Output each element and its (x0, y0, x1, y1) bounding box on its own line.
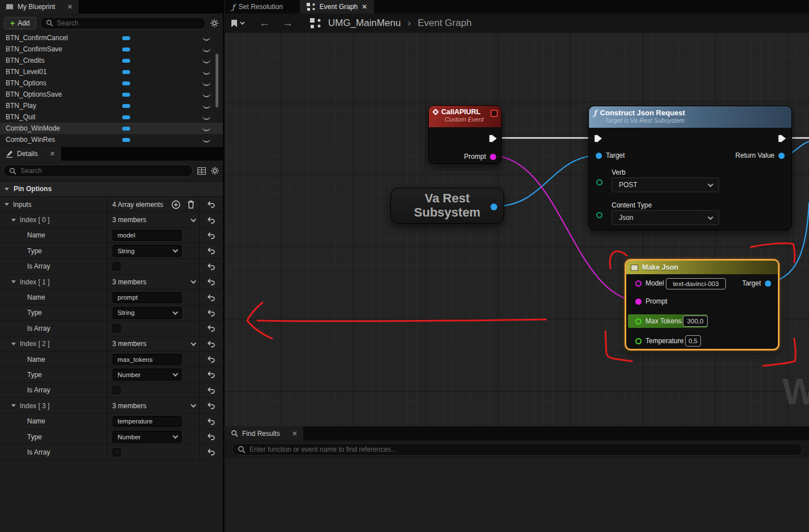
closed-eye-icon[interactable] (203, 48, 210, 52)
name-input[interactable] (113, 230, 182, 241)
name-input[interactable] (113, 416, 182, 427)
reset-button[interactable] (199, 305, 223, 321)
add-element-icon[interactable] (171, 200, 180, 209)
index-row[interactable]: Index [ 0 ] 3 members (0, 212, 223, 227)
forward-button[interactable]: → (282, 17, 293, 29)
type-dropdown[interactable]: String (113, 307, 182, 319)
tab-set-resolution[interactable]: ƒ Set Resolution (225, 0, 290, 14)
reset-button[interactable] (199, 429, 223, 444)
closed-eye-icon[interactable] (203, 93, 210, 97)
event-binding-icon[interactable] (490, 110, 498, 117)
list-item[interactable]: Combo_WinRes (0, 134, 223, 145)
node-construct-json-request[interactable]: ƒ Construct Json Request Target is Va Re… (588, 106, 792, 230)
my-blueprint-search[interactable] (40, 17, 206, 29)
close-icon[interactable]: ✕ (292, 430, 298, 438)
add-button[interactable]: + Add (4, 17, 36, 29)
find-results-search[interactable] (232, 443, 802, 456)
node-callapiurl[interactable]: CallAPIURL Custom Event Prompt (428, 105, 502, 164)
list-item[interactable]: BTN_Play (0, 100, 223, 111)
closed-eye-icon[interactable] (203, 116, 210, 120)
is-array-checkbox[interactable] (113, 448, 121, 456)
delete-elements-icon[interactable] (187, 200, 195, 209)
exec-out-pin[interactable] (489, 135, 497, 142)
exec-in-pin[interactable] (595, 135, 602, 142)
search-input[interactable] (57, 19, 200, 27)
model-input-pin[interactable] (635, 280, 642, 287)
closed-eye-icon[interactable] (203, 127, 210, 131)
closed-eye-icon[interactable] (203, 59, 210, 63)
reset-button[interactable] (199, 274, 223, 289)
back-button[interactable]: ← (259, 17, 270, 29)
reset-button[interactable] (199, 352, 223, 367)
close-icon[interactable]: ✕ (67, 3, 73, 11)
scrollbar[interactable] (216, 54, 218, 107)
closed-eye-icon[interactable] (203, 139, 210, 142)
return-value-pin[interactable] (778, 153, 785, 159)
name-input[interactable] (113, 354, 182, 365)
closed-eye-icon[interactable] (203, 37, 210, 41)
tab-details[interactable]: Details ✕ (0, 147, 61, 161)
chevron-down-icon[interactable] (191, 402, 196, 408)
type-dropdown[interactable]: Number (113, 431, 182, 443)
index-row[interactable]: Index [ 2 ] 3 members (0, 336, 223, 352)
reset-button[interactable] (199, 228, 223, 243)
is-array-checkbox[interactable] (113, 325, 121, 332)
list-item[interactable]: BTN_Options (0, 77, 223, 89)
temperature-value-box[interactable]: 0,5 (685, 335, 701, 347)
tab-event-graph[interactable]: Event Graph ✕ (300, 0, 374, 14)
list-item[interactable]: BTN_Credits (0, 55, 223, 66)
pin-options-header[interactable]: Pin Options (0, 181, 223, 197)
gear-icon[interactable] (210, 166, 220, 175)
exec-out-pin[interactable] (778, 135, 786, 142)
is-array-checkbox[interactable] (113, 262, 121, 270)
reset-button[interactable] (199, 336, 223, 352)
verb-input-pin[interactable] (596, 179, 603, 185)
reset-button[interactable] (199, 259, 223, 274)
prompt-output-pin[interactable] (490, 154, 496, 160)
reset-button[interactable] (199, 321, 223, 336)
bookmark-button[interactable] (231, 19, 243, 28)
details-search[interactable] (3, 165, 193, 177)
reset-button[interactable] (199, 398, 223, 413)
tab-find-results[interactable]: Find Results ✕ (225, 426, 303, 440)
list-item[interactable]: Combo_WinMode (0, 123, 223, 134)
reset-button[interactable] (199, 243, 223, 258)
close-icon[interactable]: ✕ (362, 3, 367, 11)
list-item[interactable]: BTN_Quit (0, 111, 223, 123)
model-value-box[interactable]: text-davinci-003 (666, 278, 726, 289)
search-input[interactable] (20, 167, 187, 175)
verb-dropdown[interactable]: POST (612, 178, 719, 192)
name-input[interactable] (113, 292, 182, 303)
node-va-rest-subsystem[interactable]: Va Rest Subsystem (390, 188, 504, 224)
prompt-input-pin[interactable] (635, 299, 642, 305)
wire-varest-to-target[interactable] (495, 155, 599, 206)
reset-button[interactable] (199, 289, 223, 305)
close-icon[interactable]: ✕ (50, 150, 55, 158)
list-item[interactable]: BTN_Level01 (0, 66, 223, 77)
reset-button[interactable] (199, 444, 223, 460)
node-make-json[interactable]: Make Json Model text-davinci-003 Target … (625, 259, 780, 351)
breadcrumb-root[interactable]: UMG_MainMenu (328, 18, 401, 29)
content-type-input-pin[interactable] (596, 212, 603, 218)
content-type-dropdown[interactable]: Json (612, 210, 719, 225)
type-dropdown[interactable]: Number (113, 369, 182, 380)
reset-button[interactable] (199, 413, 223, 429)
reset-button[interactable] (199, 197, 223, 212)
max-tokens-input-pin[interactable] (635, 318, 642, 325)
gear-icon[interactable] (210, 19, 219, 28)
list-item[interactable]: BTN_OptionsSave (0, 89, 223, 100)
reset-button[interactable] (199, 383, 223, 398)
inputs-label-cell[interactable]: Inputs (0, 197, 107, 212)
chevron-down-icon[interactable] (191, 278, 196, 284)
reset-button[interactable] (199, 212, 223, 227)
chevron-down-icon[interactable] (191, 217, 196, 222)
reset-button[interactable] (199, 367, 223, 382)
grid-view-icon[interactable] (197, 167, 206, 175)
find-references-input[interactable] (249, 446, 797, 453)
type-dropdown[interactable]: String (113, 245, 182, 257)
closed-eye-icon[interactable] (203, 82, 210, 86)
list-item[interactable]: BTN_ConfirmCancel (0, 32, 223, 44)
list-item[interactable]: BTN_ConfirmSave (0, 44, 223, 55)
chevron-down-icon[interactable] (191, 340, 196, 346)
target-input-pin[interactable] (765, 280, 771, 287)
